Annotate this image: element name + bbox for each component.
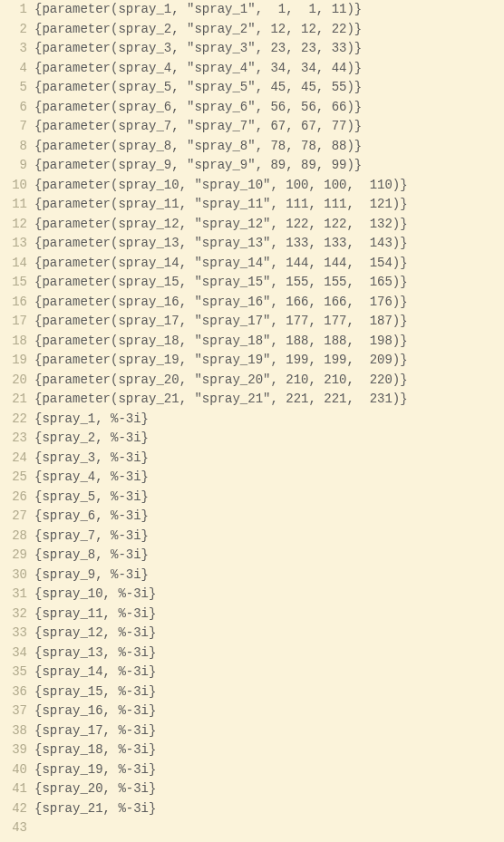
line-number: 1 — [0, 0, 27, 20]
code-line: {spray_13, %-3i} — [34, 644, 504, 663]
line-number: 18 — [0, 332, 27, 352]
code-line: {spray_10, %-3i} — [34, 585, 504, 605]
line-number: 8 — [0, 137, 27, 157]
line-number: 2 — [0, 20, 27, 40]
line-number: 24 — [0, 449, 27, 469]
code-line: {parameter(spray_10, "spray_10", 100, 10… — [34, 176, 504, 196]
code-line: {spray_16, %-3i} — [34, 702, 504, 721]
line-number: 35 — [0, 663, 27, 682]
line-number: 30 — [0, 566, 27, 586]
code-line: {parameter(spray_19, "spray_19", 199, 19… — [34, 351, 504, 371]
code-line: {parameter(spray_13, "spray_13", 133, 13… — [34, 234, 504, 254]
line-number: 5 — [0, 78, 27, 98]
code-line: {parameter(spray_11, "spray_11", 111, 11… — [34, 195, 504, 215]
code-line: {parameter(spray_20, "spray_20", 210, 21… — [34, 371, 504, 391]
code-line: {parameter(spray_7, "spray_7", 67, 67, 7… — [34, 117, 504, 137]
line-number: 41 — [0, 779, 27, 799]
line-number: 13 — [0, 234, 27, 254]
line-number: 10 — [0, 176, 27, 196]
line-number: 15 — [0, 273, 27, 293]
line-number: 36 — [0, 682, 27, 702]
line-number: 17 — [0, 312, 27, 332]
line-number: 21 — [0, 390, 27, 410]
line-number: 39 — [0, 740, 27, 760]
line-number: 27 — [0, 507, 27, 527]
line-number: 11 — [0, 195, 27, 215]
code-line: {parameter(spray_6, "spray_6", 56, 56, 6… — [34, 98, 504, 118]
code-line: {spray_6, %-3i} — [34, 507, 504, 527]
code-line: {spray_1, %-3i} — [34, 410, 504, 430]
code-line: {spray_20, %-3i} — [34, 779, 504, 799]
line-number: 26 — [0, 488, 27, 508]
code-line: {spray_11, %-3i} — [34, 605, 504, 624]
line-number: 34 — [0, 644, 27, 663]
code-line: {spray_2, %-3i} — [34, 429, 504, 449]
code-line: {parameter(spray_15, "spray_15", 155, 15… — [34, 273, 504, 293]
line-number: 40 — [0, 760, 27, 780]
line-number: 12 — [0, 215, 27, 235]
line-number: 4 — [0, 59, 27, 79]
code-line: {spray_9, %-3i} — [34, 566, 504, 586]
line-number: 25 — [0, 468, 27, 488]
line-number: 19 — [0, 351, 27, 371]
code-line: {parameter(spray_12, "spray_12", 122, 12… — [34, 215, 504, 235]
code-line: {parameter(spray_3, "spray_3", 23, 23, 3… — [34, 39, 504, 59]
code-line: {spray_12, %-3i} — [34, 624, 504, 644]
line-number: 16 — [0, 293, 27, 313]
code-line: {parameter(spray_1, "spray_1", 1, 1, 11)… — [34, 0, 504, 20]
line-number: 29 — [0, 546, 27, 566]
line-number: 3 — [0, 39, 27, 59]
code-line: {spray_5, %-3i} — [34, 488, 504, 508]
code-line: {parameter(spray_14, "spray_14", 144, 14… — [34, 254, 504, 274]
line-number: 7 — [0, 117, 27, 137]
code-line: {parameter(spray_4, "spray_4", 34, 34, 4… — [34, 59, 504, 79]
code-line: {spray_8, %-3i} — [34, 546, 504, 566]
code-line: {parameter(spray_8, "spray_8", 78, 78, 8… — [34, 137, 504, 157]
code-line: {spray_19, %-3i} — [34, 760, 504, 780]
line-number: 31 — [0, 585, 27, 605]
code-area[interactable]: {parameter(spray_1, "spray_1", 1, 1, 11)… — [34, 0, 504, 842]
line-number: 6 — [0, 98, 27, 118]
line-number: 43 — [0, 818, 27, 838]
code-line: {spray_3, %-3i} — [34, 449, 504, 469]
code-line: {spray_21, %-3i} — [34, 799, 504, 819]
code-line: {parameter(spray_16, "spray_16", 166, 16… — [34, 293, 504, 313]
line-number-gutter: 1234567891011121314151617181920212223242… — [0, 0, 34, 842]
code-line: {spray_14, %-3i} — [34, 663, 504, 682]
code-line: {spray_7, %-3i} — [34, 527, 504, 547]
line-number: 14 — [0, 254, 27, 274]
code-line: {parameter(spray_5, "spray_5", 45, 45, 5… — [34, 78, 504, 98]
code-line: {spray_4, %-3i} — [34, 468, 504, 488]
line-number: 22 — [0, 410, 27, 430]
code-line: {parameter(spray_18, "spray_18", 188, 18… — [34, 332, 504, 352]
line-number: 23 — [0, 429, 27, 449]
line-number: 28 — [0, 527, 27, 547]
code-line: {parameter(spray_9, "spray_9", 89, 89, 9… — [34, 156, 504, 176]
code-line — [34, 818, 504, 838]
line-number: 37 — [0, 702, 27, 721]
line-number: 20 — [0, 371, 27, 391]
line-number: 38 — [0, 721, 27, 741]
line-number: 9 — [0, 156, 27, 176]
code-line: {spray_18, %-3i} — [34, 740, 504, 760]
line-number: 42 — [0, 799, 27, 819]
code-line: {parameter(spray_2, "spray_2", 12, 12, 2… — [34, 20, 504, 40]
code-line: {parameter(spray_17, "spray_17", 177, 17… — [34, 312, 504, 332]
code-editor: 1234567891011121314151617181920212223242… — [0, 0, 504, 842]
line-number: 33 — [0, 624, 27, 644]
code-line: {spray_15, %-3i} — [34, 682, 504, 702]
line-number: 32 — [0, 605, 27, 624]
code-line: {spray_17, %-3i} — [34, 721, 504, 741]
code-line: {parameter(spray_21, "spray_21", 221, 22… — [34, 390, 504, 410]
